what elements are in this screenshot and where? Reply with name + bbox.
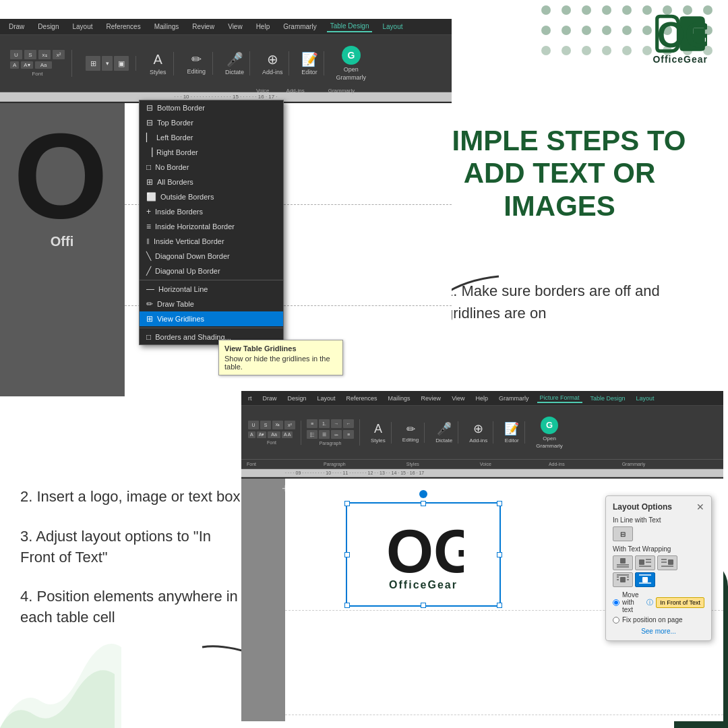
tab-b-gram[interactable]: Grammarly: [496, 394, 532, 402]
numlist-btn[interactable]: 1.: [319, 419, 330, 428]
menu-outside-borders[interactable]: ⬜Outside Borders: [140, 189, 283, 204]
info-icon[interactable]: ⓘ: [646, 598, 653, 607]
menu-inside-borders[interactable]: +Inside Borders: [140, 204, 283, 219]
wrap-icon2[interactable]: [635, 555, 655, 570]
addins-btn-b[interactable]: ⊕ Add-ins: [464, 421, 493, 444]
wrap-icon4[interactable]: [613, 572, 633, 587]
rotate-handle[interactable]: [419, 490, 427, 498]
align-l[interactable]: ⬱: [307, 430, 317, 439]
styles-btn[interactable]: A Styles: [143, 52, 174, 75]
tab-b-picformat[interactable]: Picture Format: [537, 394, 582, 403]
s-btn-b[interactable]: S: [260, 421, 271, 429]
align-j[interactable]: ≡: [343, 430, 354, 439]
borders-dropdown[interactable]: ▾: [102, 56, 113, 71]
menu-top-border[interactable]: ⊟Top Border: [140, 115, 283, 130]
font-color-btn[interactable]: A▾: [21, 61, 32, 69]
menu-no-border[interactable]: □No Border: [140, 160, 283, 175]
tab-b-design[interactable]: Design: [285, 394, 309, 402]
fix-position-radio[interactable]: [613, 617, 619, 624]
sp-btn-b[interactable]: x²: [284, 421, 295, 429]
see-more-link[interactable]: See more...: [613, 628, 704, 635]
tab-design[interactable]: Design: [34, 22, 62, 32]
highlight-btn[interactable]: A: [10, 61, 19, 69]
dictate-btn-b[interactable]: 🎤 Dictate: [430, 421, 458, 444]
wrap-icon5-active[interactable]: [635, 572, 655, 587]
align-r[interactable]: ⬰: [331, 430, 342, 439]
borders-dropdown-menu[interactable]: ⊟Bottom Border ⊟Top Border ▏Left Border …: [139, 100, 284, 345]
grammarly-btn-b[interactable]: G Open Grammarly: [530, 417, 568, 449]
handle-br[interactable]: [497, 603, 502, 608]
tab-b-draw[interactable]: Draw: [260, 394, 280, 402]
tab-help[interactable]: Help: [253, 22, 274, 32]
tab-table-design[interactable]: Table Design: [327, 21, 373, 32]
styles-btn-b[interactable]: A Styles: [365, 422, 392, 444]
font-label: Font: [10, 71, 65, 77]
indent-btn[interactable]: →: [331, 419, 342, 428]
tab-layout[interactable]: Layout: [69, 22, 96, 32]
tab-b-art[interactable]: rt: [245, 394, 255, 402]
menu-diag-down[interactable]: ╲Diagonal Down Border: [140, 249, 283, 264]
aa-btn-b[interactable]: Aa: [268, 431, 280, 438]
editing-btn-bottom[interactable]: ✏ Editing: [397, 423, 425, 443]
handle-ml[interactable]: [344, 552, 350, 557]
selected-image[interactable]: OG OfficeGear: [346, 502, 501, 607]
subscript-btn[interactable]: x₂: [38, 50, 51, 59]
tab-grammarly[interactable]: Grammarly: [280, 22, 320, 32]
tab-b-review[interactable]: Review: [419, 394, 444, 402]
menu-view-gridlines[interactable]: ⊞View Gridlines: [140, 311, 283, 326]
font-size-btn[interactable]: Aa: [35, 61, 53, 69]
borders-btn[interactable]: ⊞: [86, 56, 100, 71]
menu-left-border[interactable]: ▏Left Border: [140, 130, 283, 145]
tab-b-view[interactable]: View: [449, 394, 467, 402]
menu-draw-table[interactable]: ✏Draw Table: [140, 297, 283, 311]
tab-layout2[interactable]: Layout: [379, 22, 406, 32]
wrap-icon3[interactable]: [657, 555, 677, 570]
move-with-text-radio[interactable]: [613, 599, 619, 606]
hl-btn-b[interactable]: A: [248, 431, 255, 438]
handle-tl[interactable]: [344, 501, 350, 506]
menu-all-borders[interactable]: ⊞All Borders: [140, 175, 283, 189]
tab-draw[interactable]: Draw: [5, 22, 28, 32]
tab-b-refs[interactable]: References: [344, 394, 380, 402]
editing-btn-top[interactable]: ✏ Editing: [181, 52, 214, 75]
menu-inside-horiz[interactable]: ≡Inside Horizontal Border: [140, 219, 283, 234]
handle-bm[interactable]: [421, 603, 426, 608]
wrap-icon1[interactable]: [613, 555, 633, 570]
layout-close-btn[interactable]: ✕: [696, 502, 704, 512]
underline-btn[interactable]: U: [10, 50, 22, 59]
grammarly-btn[interactable]: G Open Grammarly: [331, 46, 372, 81]
addins-btn[interactable]: ⊕ Add-ins: [257, 51, 289, 75]
menu-right-border[interactable]: ▕Right Border: [140, 145, 283, 160]
menu-diag-up[interactable]: ╱Diagonal Up Border: [140, 264, 283, 278]
inline-icon1[interactable]: ⊟: [613, 526, 633, 541]
align-c[interactable]: ☰: [319, 430, 330, 439]
tab-b-layout2[interactable]: Layout: [634, 394, 657, 402]
u-btn-b[interactable]: U: [248, 421, 259, 429]
tab-b-help[interactable]: Help: [473, 394, 491, 402]
handle-bl[interactable]: [344, 603, 350, 608]
editor-btn[interactable]: 📝 Editor: [296, 51, 324, 75]
dictate-btn[interactable]: 🎤 Dictate: [220, 51, 250, 75]
handle-tm[interactable]: [421, 501, 426, 506]
tab-b-tabledesign[interactable]: Table Design: [588, 394, 628, 402]
fc-btn-b[interactable]: A▾: [257, 431, 267, 438]
superscript-btn[interactable]: x²: [53, 50, 65, 59]
outdent-btn[interactable]: ←: [343, 419, 354, 428]
handle-tr[interactable]: [497, 501, 502, 506]
sb-btn-b[interactable]: x₂: [272, 421, 283, 429]
list-btn[interactable]: ≡: [307, 419, 317, 428]
handle-mr[interactable]: [497, 552, 502, 557]
sz-btn-b[interactable]: A A: [282, 431, 293, 438]
menu-horiz-line[interactable]: —Horizontal Line: [140, 282, 283, 297]
menu-inside-vert[interactable]: ⦀Inside Vertical Border: [140, 234, 283, 249]
tab-b-layout[interactable]: Layout: [315, 394, 338, 402]
tab-references[interactable]: References: [103, 22, 144, 32]
tab-view[interactable]: View: [224, 22, 246, 32]
tab-mailings[interactable]: Mailings: [151, 22, 183, 32]
menu-bottom-border[interactable]: ⊟Bottom Border: [140, 100, 283, 115]
tab-b-mail[interactable]: Mailings: [386, 394, 413, 402]
editor-btn-b[interactable]: 📝 Editor: [499, 421, 525, 444]
tab-review[interactable]: Review: [189, 22, 218, 32]
strikethrough-btn[interactable]: S: [24, 50, 36, 59]
shading-btn[interactable]: ▣: [114, 56, 129, 71]
